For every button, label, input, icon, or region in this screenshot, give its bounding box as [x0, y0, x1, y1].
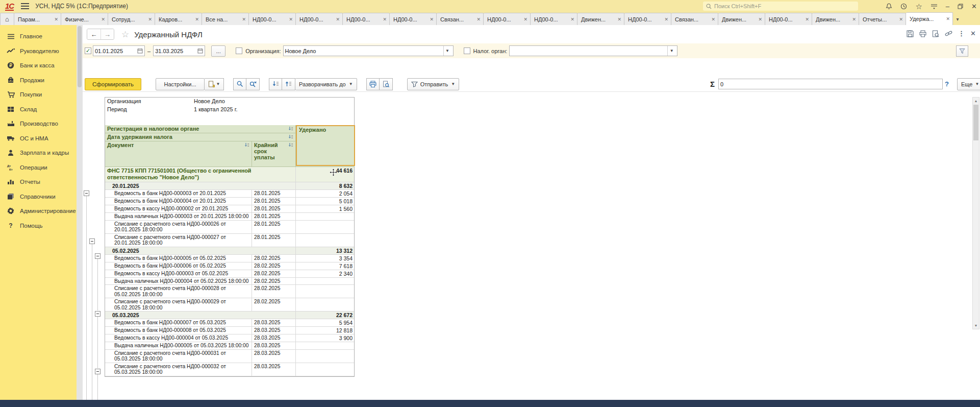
add-favorite-star-icon[interactable]: ☆ — [121, 29, 129, 40]
period-checkbox[interactable]: ✓ — [85, 47, 91, 54]
tab-8[interactable]: НД00-0...✕ — [390, 13, 437, 25]
date-to-input[interactable]: 31.03.2025 — [153, 45, 205, 56]
organization-combo[interactable]: Новое Дело ▼ — [283, 45, 454, 56]
period-more-button[interactable]: ... — [211, 45, 225, 57]
tab-7[interactable]: НД00-0...✕ — [343, 13, 390, 25]
expand-to-button[interactable]: Разворачивать до▼ — [295, 78, 357, 90]
report-variants-button[interactable]: ▼ — [205, 78, 224, 90]
tab-17[interactable]: Движен...✕ — [812, 13, 859, 25]
sort-icon[interactable] — [288, 126, 293, 132]
sidebar-item-0[interactable]: Главное — [0, 29, 77, 44]
minimize-icon[interactable]: – — [946, 3, 949, 10]
global-search-input[interactable]: Поиск Ctrl+Shift+F — [703, 2, 858, 11]
sidebar-item-4[interactable]: Покупки — [0, 87, 77, 102]
tab-19[interactable]: Удержа...✕ — [906, 12, 953, 25]
preview-icon[interactable] — [932, 30, 939, 37]
calendar-icon[interactable] — [197, 48, 203, 54]
service-menu-icon[interactable] — [931, 3, 938, 10]
date-group-row[interactable]: 05.02.202513 312 — [105, 247, 354, 255]
tab-16[interactable]: НД00-0...✕ — [765, 13, 812, 25]
get-link-icon[interactable] — [945, 30, 952, 37]
search-in-table-button[interactable] — [233, 78, 246, 90]
filter-funnel-button[interactable] — [956, 45, 968, 57]
document-row[interactable]: Ведомость в банк НД00-000006 от 05.02.20… — [105, 262, 354, 270]
help-button[interactable]: ? — [945, 80, 949, 88]
sidebar-item-9[interactable]: ДтКтОперации — [0, 160, 77, 175]
sidebar-item-10[interactable]: Отчеты — [0, 175, 77, 189]
sidebar-scrollbar[interactable] — [77, 25, 83, 400]
table-vertical-scrollbar[interactable]: ▲ ▼ — [972, 97, 979, 329]
tab-close-icon[interactable]: ✕ — [617, 17, 621, 22]
tab-12[interactable]: Движен...✕ — [577, 13, 624, 25]
document-row[interactable]: Ведомость в банк НД00-000003 от 20.01.20… — [105, 190, 354, 198]
tab-11[interactable]: НД00-0...✕ — [531, 13, 577, 25]
document-row[interactable]: Списание с расчетного счета НД00-000032 … — [105, 363, 354, 376]
tab-14[interactable]: Связан...✕ — [671, 13, 718, 25]
tab-close-icon[interactable]: ✕ — [289, 17, 293, 22]
document-row[interactable]: Ведомость в кассу НД00-000002 от 20.01.2… — [105, 205, 354, 213]
chevron-down-icon[interactable]: ▼ — [667, 46, 675, 56]
date-group-row[interactable]: 20.01.20258 632 — [105, 182, 354, 190]
tab-9[interactable]: Связан...✕ — [437, 13, 484, 25]
tab-close-icon[interactable]: ✕ — [758, 17, 762, 22]
print-table-button[interactable] — [366, 78, 380, 90]
document-row[interactable]: Ведомость в банк НД00-000008 от 05.03.20… — [105, 327, 354, 334]
tab-close-icon[interactable]: ✕ — [195, 17, 199, 22]
info-row[interactable]: Период 1 квартал 2025 г. — [105, 106, 354, 114]
withheld-column-header-selected[interactable]: Удержано — [296, 125, 355, 166]
tab-15[interactable]: Движен...✕ — [718, 13, 765, 25]
tab-18[interactable]: Отчеты...✕ — [859, 13, 906, 25]
document-row[interactable]: Списание с расчетного счета НД00-000031 … — [105, 350, 354, 363]
tab-0[interactable]: Парам...✕ — [14, 13, 61, 25]
back-button[interactable]: ← — [87, 29, 100, 39]
restore-icon[interactable] — [958, 4, 963, 9]
history-icon[interactable] — [900, 3, 907, 10]
document-row[interactable]: Списание с расчетного счета НД00-000026 … — [105, 221, 354, 234]
tab-home[interactable]: ⌂ — [0, 13, 14, 25]
chevron-down-icon[interactable]: ▼ — [443, 46, 451, 56]
sidebar-item-6[interactable]: Производство — [0, 116, 77, 131]
collapse-fns-group-button[interactable] — [89, 238, 95, 244]
sidebar-item-8[interactable]: Зарплата и кадры — [0, 146, 77, 160]
document-row[interactable]: Ведомость в банк НД00-000004 от 20.01.20… — [105, 198, 354, 205]
scrollbar-thumb[interactable] — [973, 105, 978, 140]
collapse-date-group-button[interactable] — [95, 253, 100, 259]
sidebar-item-1[interactable]: Руководителю — [0, 44, 77, 59]
info-row[interactable]: Организация Новое Дело — [105, 98, 354, 106]
sort-icon[interactable] — [244, 142, 249, 149]
tab-3[interactable]: Кадров...✕ — [155, 13, 202, 25]
tab-close-icon[interactable]: ✕ — [476, 17, 481, 22]
tab-close-icon[interactable]: ✕ — [336, 17, 340, 22]
scroll-up-icon[interactable]: ▲ — [973, 98, 979, 104]
tab-2[interactable]: Сотруд...✕ — [108, 13, 155, 25]
document-row[interactable]: Ведомость в банк НД00-000007 от 05.03.20… — [105, 319, 354, 327]
forward-button[interactable]: → — [100, 29, 114, 39]
tab-close-icon[interactable]: ✕ — [711, 17, 715, 22]
collapse-groups-button[interactable] — [269, 78, 282, 90]
sidebar-item-3[interactable]: Продажи — [0, 73, 77, 88]
generate-button[interactable]: Сформировать — [85, 78, 141, 90]
tab-close-icon[interactable]: ✕ — [523, 17, 527, 22]
document-row[interactable]: Выдача наличных НД00-000005 от 05.03.202… — [105, 342, 354, 350]
sidebar-item-11[interactable]: Справочники — [0, 189, 77, 204]
tab-close-icon[interactable]: ✕ — [148, 17, 152, 22]
sidebar-item-5[interactable]: Склад — [0, 102, 77, 117]
main-menu-icon[interactable] — [21, 3, 29, 9]
search-next-button[interactable] — [246, 78, 260, 90]
favorites-star-icon[interactable]: ☆ — [915, 3, 922, 10]
document-row[interactable]: Списание с расчетного счета НД00-000028 … — [105, 285, 354, 298]
close-window-icon[interactable]: ✕ — [971, 3, 977, 10]
empty-row[interactable] — [105, 114, 354, 125]
tab-close-icon[interactable]: ✕ — [805, 17, 809, 22]
tab-close-icon[interactable]: ✕ — [664, 17, 668, 22]
tab-1[interactable]: Физиче...✕ — [61, 13, 108, 25]
tab-10[interactable]: НД00-0...✕ — [484, 13, 531, 25]
save-icon[interactable] — [907, 30, 914, 37]
collapse-date-group-button[interactable] — [95, 311, 100, 317]
scroll-down-icon[interactable]: ▼ — [973, 322, 979, 329]
expand-groups-button[interactable] — [282, 78, 295, 90]
total-row[interactable]: ФНС 7715 КПП 771501001 (Общество с огран… — [105, 167, 354, 182]
tab-13[interactable]: НД00-0...✕ — [624, 13, 671, 25]
tab-close-icon[interactable]: ✕ — [852, 17, 856, 22]
date-group-row[interactable]: 05.03.202522 672 — [105, 312, 354, 319]
